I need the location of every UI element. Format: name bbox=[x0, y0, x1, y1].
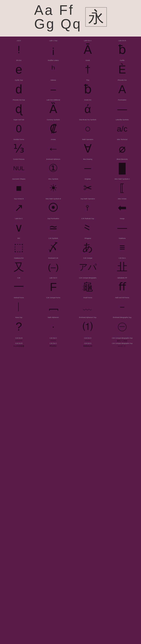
cell-label-49: Latin Ext D bbox=[49, 277, 57, 279]
cell-glyph-46: アパ bbox=[71, 260, 104, 274]
grid-cell-41: CJK Symbols〆 bbox=[36, 236, 70, 256]
cell-label-40: EtC bbox=[17, 238, 20, 240]
grid-cell-58: Enclosed Alphanum Sup⑴ bbox=[71, 315, 105, 334]
cell-label-52: Vertical Forms bbox=[14, 297, 24, 299]
cell-glyph-58: ⑴ bbox=[71, 319, 104, 334]
grid-cell-36: Latin Ext C∨ bbox=[2, 216, 36, 236]
cell-glyph-30: ✂ bbox=[71, 181, 104, 196]
cell-label-41: CJK Symbols bbox=[48, 238, 58, 240]
strip-section-label: CJK Ext C bbox=[36, 337, 70, 339]
strip-row-1: CJK Ext Bô÷ÿ⑩⑪⑫⑬CJK Ext Cðñòóõö÷CJK Ext … bbox=[2, 342, 139, 348]
strip-section-label: CJK Ext B bbox=[2, 342, 36, 344]
strip-section-label: CJK Ext B bbox=[2, 337, 36, 339]
cell-label-45: Enclosed CJK bbox=[48, 257, 58, 259]
cell-label-16: Super And Sub bbox=[13, 119, 24, 121]
cell-glyph-38: ⺀ bbox=[71, 220, 104, 235]
strip-section-0-3: CJK Compat Ideographs Sup丽丸乁𠄢你好 bbox=[105, 337, 140, 342]
cell-glyph-20: ⅓ bbox=[2, 141, 35, 156]
strip-section-chars: 丽丸乁𠄢你好 bbox=[105, 340, 140, 342]
grid-cell-49: Latin Ext DF bbox=[36, 276, 70, 295]
cell-glyph-44: 又 bbox=[2, 260, 35, 274]
grid-cell-54: Small Forms﹏ bbox=[71, 295, 105, 315]
cell-glyph-3: ƀ bbox=[106, 42, 139, 57]
cell-label-11: Phonetic Ext bbox=[118, 79, 127, 81]
grid-cell-59: Enclosed Ideographic Sup㊀ bbox=[105, 315, 140, 334]
cell-glyph-24: NUL bbox=[2, 161, 35, 176]
strip-section-1-3: CJK Compat Ideographs Sup«»‹›⟨⟩《》 bbox=[105, 342, 140, 348]
cell-glyph-48: 一 bbox=[2, 280, 35, 294]
strip-section-chars: 𠀀𠀁𠀂𠀃𠀄𠀅𠀆𠀇𠀈𠀉 bbox=[2, 340, 36, 342]
grid-cell-51: Alphabetic PFﬀ bbox=[105, 276, 140, 295]
grid-cell-3: Latin Ext Bƀ bbox=[105, 38, 140, 58]
cell-label-50: CJK Compat Ideographs bbox=[79, 277, 96, 279]
grid-cell-1: Latin 1 Sup¡ bbox=[36, 38, 70, 58]
cell-label-28: Geometric Shapes bbox=[12, 178, 25, 180]
strip-section-chars: âãäåæçèé bbox=[71, 345, 105, 347]
grid-cell-6: Greek† bbox=[71, 58, 105, 78]
grid-cell-53: CJK Compat Forms﹈ bbox=[36, 295, 70, 315]
cell-glyph-21: ← bbox=[37, 141, 70, 156]
grid-cell-28: Geometric Shapes■ bbox=[2, 177, 36, 196]
cell-label-33: Misc Math Symbols B bbox=[46, 198, 61, 200]
glyph-grid: ASCII!Latin 1 Sup¡Latin Ext AĀLatin Ext … bbox=[2, 38, 139, 334]
cell-glyph-5: ʰ bbox=[37, 62, 70, 77]
preview-letters-row1: Aa Ff bbox=[34, 3, 74, 17]
cell-glyph-17: ₡ bbox=[37, 122, 70, 136]
cell-glyph-18: ○ bbox=[71, 122, 104, 136]
grid-cell-37: Sup Punctuation≃ bbox=[36, 216, 70, 236]
cell-label-32: Sup Arrows B bbox=[14, 198, 24, 200]
cell-glyph-29: ☀ bbox=[37, 181, 70, 196]
cell-label-47: CJK Ext A bbox=[119, 257, 126, 259]
cell-glyph-50: 龜 bbox=[71, 280, 104, 294]
grid-cell-19: Letterlike Symbolsa/c bbox=[105, 118, 140, 137]
grid-cell-14: Greek Extά bbox=[71, 98, 105, 117]
grid-cell-44: Katakana Ext又 bbox=[2, 256, 36, 275]
cell-glyph-35: ⬅ bbox=[106, 200, 139, 215]
grid-cell-26: Box Drawing─ bbox=[71, 157, 105, 176]
cell-label-35: Misc Arrows bbox=[118, 198, 127, 200]
strip-section-1-1: CJK Ext Cðñòóõö÷ bbox=[36, 342, 70, 348]
grid-cell-4: IPA Exte bbox=[2, 58, 36, 78]
cell-label-4: IPA Ext bbox=[16, 60, 21, 62]
grid-cell-25: Enclosed Alphanum① bbox=[36, 157, 70, 176]
grid-cell-16: Super And Sub0 bbox=[2, 118, 36, 137]
cell-label-46: CJK Compat bbox=[83, 257, 92, 259]
font-source bbox=[0, 35, 141, 36]
cell-label-2: Latin Ext A bbox=[84, 40, 92, 42]
grid-cell-20: Number Forms⅓ bbox=[2, 137, 36, 156]
cell-glyph-12: ɖ bbox=[2, 102, 35, 116]
cell-glyph-57: · bbox=[37, 319, 70, 334]
strip-section-label: CJK Ext C bbox=[36, 342, 70, 344]
grid-cell-39: Kango— bbox=[105, 216, 140, 236]
grid-cell-47: CJK Ext A㐀 bbox=[105, 256, 140, 275]
strip-section-chars: 𫝀𫝁𫝂𫝃𫝄𫝅𫝆𫝇 bbox=[71, 340, 105, 342]
cell-glyph-40: ⬚ bbox=[2, 240, 35, 255]
cell-label-18: Diacriticals Par Symbols bbox=[79, 119, 96, 121]
cell-glyph-4: e bbox=[2, 62, 35, 77]
cell-glyph-27: █ bbox=[106, 161, 139, 176]
grid-cell-45: Enclosed CJK(–) bbox=[36, 256, 70, 275]
cell-glyph-52: ︱ bbox=[2, 300, 35, 314]
grid-cell-38: CJK Radicals Sup⺀ bbox=[71, 216, 105, 236]
cell-glyph-15: — bbox=[106, 102, 139, 116]
grid-cell-33: Misc Math Symbols B⦿ bbox=[36, 196, 70, 216]
grid-cell-13: Latin Ext AdditionalȀ bbox=[36, 98, 70, 117]
cell-glyph-41: 〆 bbox=[37, 240, 70, 255]
grid-cell-56: Kana Sup? bbox=[2, 315, 36, 334]
cell-glyph-7: È bbox=[106, 62, 139, 77]
cell-label-37: Sup Punctuation bbox=[47, 218, 59, 220]
cell-glyph-23: ⌀ bbox=[106, 141, 139, 156]
cell-label-9: Hebrew bbox=[51, 79, 56, 81]
grid-cell-48: CJK一 bbox=[2, 276, 36, 295]
grid-cell-35: Misc Arrows⬅ bbox=[105, 196, 140, 216]
strip-section-0-2: CJK Ext D𫝀𫝁𫝂𫝃𫝄𫝅𫝆𫝇 bbox=[71, 337, 105, 342]
cell-glyph-32: ↗ bbox=[2, 200, 35, 215]
cell-label-8: Cyrillic Sup bbox=[15, 79, 23, 81]
cell-glyph-10: ƀ bbox=[71, 82, 104, 96]
cell-label-14: Greek Ext bbox=[84, 99, 91, 101]
cell-label-34: Sup Math Operators bbox=[81, 198, 95, 200]
grid-cell-43: Katakana≡ bbox=[105, 236, 140, 256]
grid-cell-32: Sup Arrows B↗ bbox=[2, 196, 36, 216]
chinese-char: 永 bbox=[88, 8, 104, 26]
strip-section-chars: ô÷ÿ⑩⑪⑫⑬ bbox=[2, 345, 36, 348]
